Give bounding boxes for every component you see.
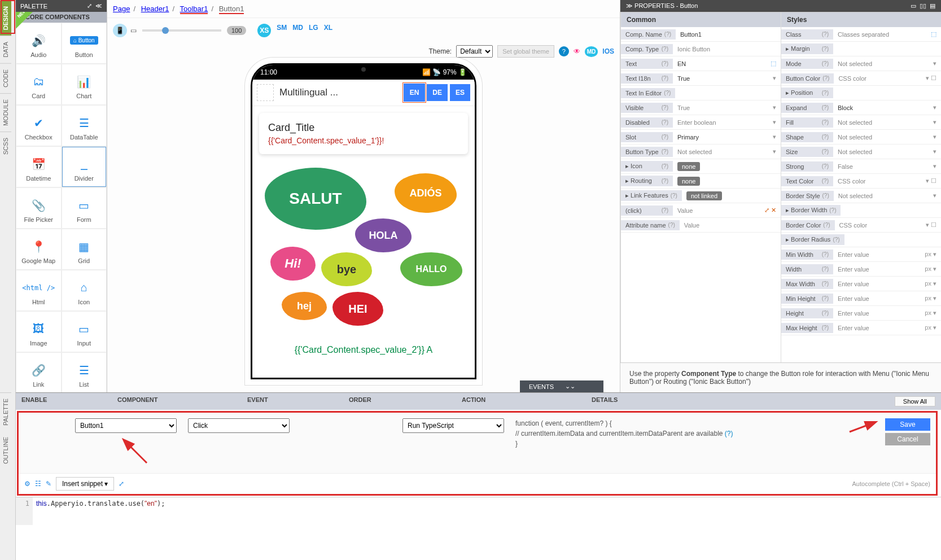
prop-max-width[interactable]: Max Width(?)Enter valuepx ▾ [781,277,941,291]
lang-es-button[interactable]: ES [450,84,470,101]
prop-min-height[interactable]: Min Height(?)Enter valuepx ▾ [781,291,941,306]
palette-item-chart[interactable]: 📊Chart [62,64,107,105]
prop-value[interactable]: Primary▾ [673,132,781,142]
palette-item-list[interactable]: ☰List [62,352,107,392]
prop-disabled[interactable]: Disabled(?)Enter boolean▾ [621,115,781,130]
fullscreen-icon[interactable]: ⤢ [119,480,124,488]
lang-en-button[interactable]: EN [404,84,425,101]
prop-value[interactable] [844,238,941,242]
set-global-theme-button[interactable]: Set global theme [497,45,554,58]
prop-expand[interactable]: Expand(?)Block▾ [781,100,941,115]
palette-item-button[interactable]: ⌂ ButtonButton [62,23,107,64]
prop-mode[interactable]: Mode(?)Not selected▾ [781,56,941,71]
prop-text[interactable]: Text(?)EN⬚ [621,56,781,71]
events-tab[interactable]: EVENTS ⌄⌄ [520,380,603,392]
prop-margin[interactable]: ▸ Margin(?) [781,42,941,56]
prop-button-color[interactable]: Button Color(?)CSS color▾ ☐ [781,71,941,86]
bp-md[interactable]: MD [292,24,303,37]
palette-item-html[interactable]: <html />Html [16,270,62,311]
prop-border-radius[interactable]: ▸ Border Radius(?) [781,233,941,247]
palette-item-checkbox[interactable]: ✔Checkbox [16,105,62,146]
prop-value[interactable]: not linked [682,190,781,202]
prop-routing[interactable]: ▸ Routing(?)none [621,174,781,189]
prop-value[interactable]: Not selected▾ [834,190,941,201]
prop-value[interactable]: CSS color▾ ☐ [835,220,941,230]
device-phone-icon[interactable]: 📱 [113,24,127,37]
prop-value[interactable]: none [673,175,781,187]
prop-value[interactable]: EN⬚ [673,58,781,69]
layout-icon-3[interactable]: ▤ [930,2,935,10]
prop-value[interactable]: Button1 [676,29,781,40]
prop-button-type[interactable]: Button Type(?)Not selected▾ [621,145,781,159]
prop-value[interactable]: Value [680,220,781,230]
prop-value[interactable]: Enter boolean▾ [673,117,781,128]
prop-value[interactable]: Enter valuepx ▾ [833,264,941,274]
prop-comp-type[interactable]: Comp. Type(?)Ionic Button [621,42,781,56]
prop-border-width[interactable]: ▸ Border Width(?) [781,203,941,218]
bp-sm[interactable]: SM [277,24,287,37]
palette-expand-icon[interactable]: ⤢ [87,2,92,10]
palette-item-input[interactable]: ▭Input [62,311,107,352]
ios-toggle[interactable]: IOS [602,47,614,55]
prop-value[interactable]: none [673,160,781,173]
bc-page[interactable]: Page [113,5,130,13]
prop-fill[interactable]: Fill(?)Not selected▾ [781,115,941,130]
eye-icon[interactable]: 👁 [574,47,580,55]
prop-shape[interactable]: Shape(?)Not selected▾ [781,130,941,145]
lang-de-button[interactable]: DE [427,84,448,101]
prop-position[interactable]: ▸ Position(?) [781,86,941,100]
insert-snippet-button[interactable]: Insert snippet ▾ [56,477,114,491]
bp-xs[interactable]: XS [257,24,271,37]
palette-item-link[interactable]: 🔗Link [16,352,62,392]
component-select[interactable]: Button1 [75,418,177,433]
palette-collapse-icon[interactable]: ≪ [95,2,102,10]
prop-value[interactable]: Enter valuepx ▾ [833,293,941,304]
tab-scss[interactable]: SCSS [0,132,11,160]
tab-module[interactable]: MODULE [0,93,11,132]
prop-value[interactable]: Enter valuepx ▾ [833,249,941,260]
palette-item-grid[interactable]: ▦Grid [62,229,107,270]
prop--click-[interactable]: (click)(?)Value⤢ ✕ [621,203,781,218]
code-editor[interactable]: 1 this.Apperyio.translate.use("en"); [16,497,941,525]
prop-attribute-name[interactable]: Attribute name(?)Value [621,218,781,233]
palette-item-divider[interactable]: ⎯Divider [62,146,107,187]
prop-width[interactable]: Width(?)Enter valuepx ▾ [781,262,941,277]
cancel-button[interactable]: Cancel [885,433,930,445]
help-icon[interactable]: ? [559,46,569,56]
prop-value[interactable]: Enter valuepx ▾ [833,322,941,333]
prop-value[interactable]: Value⤢ ✕ [673,205,781,216]
prop-value[interactable]: Not selected▾ [673,146,781,157]
palette-item-image[interactable]: 🖼Image [16,311,62,352]
prop-value[interactable]: CSS color▾ ☐ [833,176,941,186]
action-select[interactable]: Run TypeScript [402,418,504,433]
palette-item-datatable[interactable]: ☰DataTable [62,105,107,146]
card[interactable]: Card_Title {{'Card_Content.spec_value_1'… [259,113,468,154]
theme-select[interactable]: Default [456,45,493,58]
md-toggle[interactable]: MD [585,46,598,57]
prop-max-height[interactable]: Max Height(?)Enter valuepx ▾ [781,321,941,335]
prop-value[interactable]: Classes separated⬚ [833,29,941,40]
prop-value[interactable]: CSS color▾ ☐ [834,73,941,84]
tab-data[interactable]: DATA [0,36,11,63]
prop-value[interactable] [675,91,781,95]
prop-value[interactable]: Not selected▾ [833,132,941,142]
bc-toolbar1[interactable]: Toolbar1 [180,5,208,14]
bc-button1[interactable]: Button1 [219,5,244,14]
prop-value[interactable] [841,209,941,212]
prop-text-i18n[interactable]: Text I18n(?)True▾ [621,71,781,86]
palette-item-file-picker[interactable]: 📎File Picker [16,187,62,229]
menu-placeholder[interactable] [257,84,274,101]
tab-code[interactable]: CODE [0,63,11,93]
prop-value[interactable]: False▾ [833,161,941,172]
prop-text-in-editor[interactable]: Text In Editor(?) [621,86,781,100]
prop-value[interactable]: True▾ [673,73,781,84]
prop-icon[interactable]: ▸ Icon(?)none [621,159,781,174]
bc-header1[interactable]: Header1 [141,5,169,13]
prop-value[interactable]: Not selected▾ [833,58,941,69]
palette-item-google-map[interactable]: 📍Google Map [16,229,62,270]
palette-item-card[interactable]: 🗂Card [16,64,62,105]
tab-design[interactable]: DESIGN [0,0,11,36]
prop-slot[interactable]: Slot(?)Primary▾ [621,130,781,145]
prop-value[interactable]: Ionic Button [673,44,781,54]
edit-icon[interactable]: ✎ [46,480,51,488]
